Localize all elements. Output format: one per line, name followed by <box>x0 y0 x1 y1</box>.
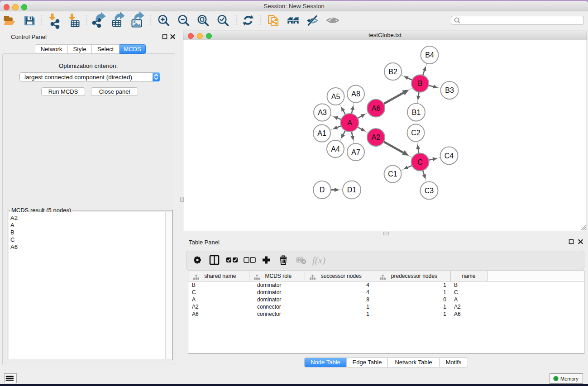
svg-text:C2: C2 <box>411 129 421 137</box>
svg-text:B1: B1 <box>412 109 421 116</box>
svg-text:A7: A7 <box>351 148 360 156</box>
svg-text:A: A <box>347 119 352 127</box>
svg-text:D: D <box>320 186 325 194</box>
svg-text:B2: B2 <box>388 68 397 76</box>
svg-text:Memory: Memory <box>560 376 578 381</box>
svg-text:C1: C1 <box>388 170 397 178</box>
svg-text:B3: B3 <box>445 86 454 94</box>
svg-text:A3: A3 <box>318 109 327 116</box>
svg-text:A5: A5 <box>331 93 340 100</box>
svg-text:A2: A2 <box>372 133 381 141</box>
svg-text:C4: C4 <box>445 152 454 160</box>
svg-text:A8: A8 <box>351 90 360 98</box>
svg-text:f(x): f(x) <box>312 255 325 266</box>
svg-text:D1: D1 <box>347 186 357 194</box>
svg-text:C3: C3 <box>425 187 434 195</box>
svg-text:C: C <box>417 158 423 166</box>
svg-text:A1: A1 <box>317 129 326 137</box>
svg-text:A6: A6 <box>372 105 381 112</box>
svg-text:A4: A4 <box>331 145 340 153</box>
svg-text:B: B <box>418 80 423 87</box>
svg-text:B4: B4 <box>425 51 434 59</box>
